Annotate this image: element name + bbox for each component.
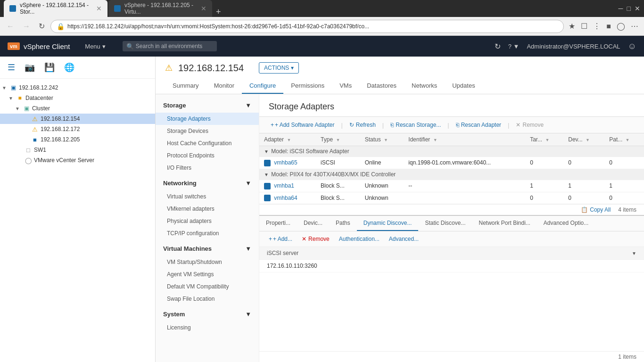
piix4-group-toggle[interactable]: ▼ — [264, 172, 269, 177]
tree-item-host-154[interactable]: ⚠ 192.168.12.154 — [0, 114, 155, 124]
tab-networks[interactable]: Networks — [404, 78, 445, 94]
network-icon[interactable]: 🌐 — [62, 60, 76, 74]
vmhba65-link[interactable]: vmhba65 — [274, 159, 297, 166]
tab-paths[interactable]: Paths — [329, 216, 357, 231]
adapter-filter[interactable]: ▼ — [287, 138, 291, 142]
tab-permissions[interactable]: Permissions — [283, 78, 332, 94]
actions-button[interactable]: ACTIONS ▾ — [259, 62, 299, 74]
app-refresh-button[interactable]: ↻ — [495, 42, 501, 51]
config-nav-virtual-switches[interactable]: Virtual switches — [156, 190, 259, 203]
table-row[interactable]: vmhba1 Block S... Unknown -- 1 1 1 — [259, 180, 644, 192]
new-tab-button[interactable]: + — [213, 7, 224, 17]
col-header-identifier[interactable]: Identifier ▼ — [404, 133, 525, 146]
copy-all-button[interactable]: 📋 Copy All — [581, 206, 611, 213]
networking-section-header[interactable]: Networking ▼ — [156, 176, 259, 190]
vms-icon[interactable]: 📷 — [23, 60, 37, 74]
tab-devices[interactable]: Devic... — [297, 216, 329, 231]
group-row-piix4[interactable]: ▼ Model: PIIX4 for 430TX/440BX/MX IDE Co… — [259, 169, 644, 180]
vmhba1-targets[interactable]: 1 — [525, 180, 563, 192]
col-header-targets[interactable]: Tar... ▼ — [525, 133, 563, 146]
tree-item-host-205[interactable]: ■ 192.168.12.205 — [0, 134, 155, 145]
user-menu[interactable]: Administrator@VSPHERE.LOCAL — [527, 43, 620, 50]
browser-menu-icon[interactable]: ⋯ — [629, 20, 640, 33]
storage-section-header[interactable]: Storage ▼ — [156, 98, 259, 113]
vmhba64-link[interactable]: vmhba64 — [274, 195, 297, 201]
rescan-adapter-button[interactable]: ⎗ Rescan Adapter — [452, 120, 505, 130]
vcenter-toggle[interactable]: ▼ — [2, 85, 8, 90]
iscsi-group-toggle[interactable]: ▼ — [264, 149, 269, 154]
config-nav-vmkernel-adapters[interactable]: VMkernel adapters — [156, 203, 259, 215]
system-section-header[interactable]: System ▼ — [156, 307, 259, 321]
vmhba1-paths[interactable]: 1 — [604, 180, 644, 192]
forward-button[interactable]: → — [20, 20, 33, 33]
config-nav-tcpip[interactable]: TCP/IP configuration — [156, 227, 259, 239]
profile-icon[interactable]: ◯ — [615, 20, 627, 33]
table-row[interactable]: vmhba64 Block S... Unknown 0 0 0 — [259, 192, 644, 204]
rescan-storage-button[interactable]: ⎗ Rescan Storage... — [387, 120, 445, 130]
col-header-devices[interactable]: Dev... ▼ — [563, 133, 604, 146]
tab-advanced-options[interactable]: Advanced Optio... — [537, 216, 595, 231]
datacenter-toggle[interactable]: ▼ — [8, 96, 14, 101]
tab-summary[interactable]: Summary — [165, 78, 206, 94]
config-nav-physical-adapters[interactable]: Physical adapters — [156, 215, 259, 227]
col-header-adapter[interactable]: Adapter ▼ — [259, 133, 316, 146]
bookmark-icon[interactable]: ★ — [567, 20, 577, 33]
tab-updates[interactable]: Updates — [445, 78, 482, 94]
config-nav-storage-adapters[interactable]: Storage Adapters — [156, 113, 259, 125]
tab-properties[interactable]: Properti... — [259, 216, 297, 231]
config-nav-vm-startup[interactable]: VM Startup/Shutdown — [156, 256, 259, 268]
table-row[interactable]: vmhba65 iSCSI Online iqn.1998-01.com.vmw… — [259, 157, 644, 169]
type-filter[interactable]: ▼ — [336, 138, 340, 142]
add-discovery-button[interactable]: + + Add... — [265, 234, 296, 244]
remove-discovery-button[interactable]: ✕ Remove — [298, 234, 333, 244]
tree-item-sw1[interactable]: □ SW1 — [0, 145, 155, 155]
back-button[interactable]: ← — [4, 20, 17, 33]
remove-button[interactable]: ✕ Remove — [512, 120, 547, 130]
col-header-status[interactable]: Status ▼ — [360, 133, 404, 146]
config-nav-default-compat[interactable]: Default VM Compatibility — [156, 280, 259, 293]
config-nav-licensing[interactable]: Licensing — [156, 321, 259, 334]
tree-item-vcenter[interactable]: ▼ ▣ 192.168.12.242 — [0, 82, 155, 93]
tree-item-cluster[interactable]: ▼ ▣ Cluster — [0, 103, 155, 114]
config-nav-agent-vm[interactable]: Agent VM Settings — [156, 268, 259, 280]
config-nav-host-cache[interactable]: Host Cache Configuration — [156, 137, 259, 149]
group-row-iscsi[interactable]: ▼ Model: iSCSI Software Adapter — [259, 146, 644, 157]
col-header-type[interactable]: Type ▼ — [316, 133, 360, 146]
tab-network-port-binding[interactable]: Network Port Bindi... — [472, 216, 537, 231]
tab-datastores[interactable]: Datastores — [359, 78, 404, 94]
status-filter[interactable]: ▼ — [384, 138, 388, 142]
address-input[interactable] — [67, 23, 558, 30]
paths-filter[interactable]: ▼ — [626, 138, 630, 142]
tab1-close[interactable]: ✕ — [96, 5, 102, 12]
col-header-paths[interactable]: Pat... ▼ — [604, 133, 644, 146]
close-window-button[interactable]: ✕ — [635, 5, 640, 12]
tab-configure[interactable]: Configure — [242, 78, 283, 94]
tree-item-datacenter[interactable]: ▼ ■ Datacenter — [0, 93, 155, 103]
identifier-filter[interactable]: ▼ — [433, 138, 438, 142]
browser-tab-1[interactable]: vSphere - 192.168.12.154 - Stor... ✕ — [4, 0, 107, 17]
targets-filter[interactable]: ▼ — [545, 138, 549, 142]
add-software-adapter-button[interactable]: + + Add Software Adapter — [267, 120, 338, 130]
advanced-button[interactable]: Advanced... — [385, 234, 422, 244]
refresh-button[interactable]: ↻ — [36, 20, 48, 33]
storage-icon[interactable]: 💾 — [42, 60, 57, 74]
help-button[interactable]: ? ▼ — [508, 43, 520, 50]
refresh-button[interactable]: ↻ Refresh — [346, 120, 380, 130]
devices-filter[interactable]: ▼ — [586, 138, 590, 142]
vmhba1-devices[interactable]: 1 — [563, 180, 604, 192]
tab-vms[interactable]: VMs — [332, 78, 359, 94]
config-nav-io-filters[interactable]: I/O Filters — [156, 162, 259, 174]
tree-item-host-172[interactable]: ⚠ 192.168.12.172 — [0, 124, 155, 134]
extensions-icon[interactable]: ■ — [604, 20, 613, 33]
config-nav-swap-file[interactable]: Swap File Location — [156, 293, 259, 305]
menu-button[interactable]: Menu ▾ — [85, 43, 106, 50]
browser-tab-2[interactable]: vSphere - 192.168.12.205 - Virtu... ✕ — [108, 0, 212, 17]
minimize-button[interactable]: ─ — [619, 5, 623, 12]
tab-static-discovery[interactable]: Static Discove... — [418, 216, 472, 231]
iscsi-entry-1[interactable]: 172.16.10.110:3260 — [259, 260, 644, 272]
config-nav-storage-devices[interactable]: Storage Devices — [156, 125, 259, 137]
tab-monitor[interactable]: Monitor — [206, 78, 242, 94]
cluster-toggle[interactable]: ▼ — [15, 106, 21, 111]
more-options-icon[interactable]: ⋮ — [591, 20, 603, 33]
smiley-icon[interactable]: ☺ — [628, 41, 636, 51]
